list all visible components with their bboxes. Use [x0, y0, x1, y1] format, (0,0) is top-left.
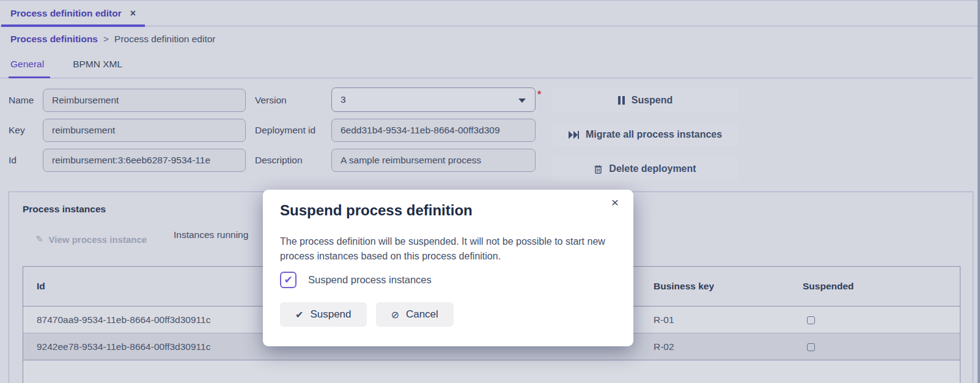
deployment-id-field: 6edd31b4-9534-11eb-8664-00ff3d309	[331, 119, 536, 142]
pause-icon	[618, 96, 625, 105]
id-field: reimbursement:3:6eeb6287-9534-11e	[43, 149, 246, 172]
key-label: Key	[9, 125, 25, 136]
vertical-scrollbar[interactable]	[978, 0, 980, 383]
name-label: Name	[9, 95, 34, 106]
tabs-divider	[0, 78, 973, 78]
delete-deployment-button-label: Delete deployment	[609, 163, 696, 174]
suspended-checkbox[interactable]	[807, 316, 815, 324]
modal-buttons: ✔ Suspend ⊘ Cancel	[280, 302, 454, 327]
version-label: Version	[255, 95, 287, 106]
section-tabs: General BPMN XML	[10, 59, 122, 70]
breadcrumb: Process definitions > Process definition…	[10, 34, 215, 45]
check-icon: ✔	[295, 309, 303, 321]
tab-general[interactable]: General	[10, 59, 44, 70]
key-field: reimbursement	[43, 119, 246, 142]
version-select[interactable]: 3	[331, 87, 536, 112]
id-label: Id	[9, 155, 17, 166]
panel-title: Process instances	[23, 204, 106, 215]
modal-body-text: The process definition will be suspended…	[280, 234, 617, 264]
cell-business-key: R-01	[654, 314, 803, 325]
modal-cancel-button[interactable]: ⊘ Cancel	[376, 302, 454, 327]
tab-process-definition-editor[interactable]: Process definition editor ×	[0, 1, 148, 26]
cancel-icon: ⊘	[391, 309, 399, 321]
active-tab-underline	[1, 24, 145, 27]
suspend-instances-option: ✔ Suspend process instances	[280, 272, 432, 288]
close-icon[interactable]: ×	[609, 193, 621, 211]
delete-deployment-button[interactable]: Delete deployment	[552, 157, 739, 180]
breadcrumb-link-process-definitions[interactable]: Process definitions	[10, 34, 98, 45]
suspend-button[interactable]: Suspend	[552, 89, 739, 112]
suspend-process-definition-modal: × Suspend process definition The process…	[263, 190, 633, 346]
breadcrumb-separator: >	[103, 34, 109, 45]
description-field: A sample reimbursement process	[331, 149, 536, 172]
name-field: Reimbursement	[43, 89, 246, 112]
suspend-button-label: Suspend	[632, 95, 673, 106]
pencil-icon: ✎	[35, 234, 43, 245]
cell-business-key: R-02	[654, 341, 803, 352]
version-select-value: 3	[341, 94, 346, 105]
breadcrumb-current: Process definition editor	[114, 34, 215, 45]
tab-bar: Process definition editor ×	[0, 0, 980, 26]
instances-running-label: Instances running	[174, 229, 248, 240]
suspend-instances-checkbox[interactable]: ✔	[280, 272, 297, 288]
migrate-button-label: Migrate all process instances	[586, 129, 722, 140]
suspend-instances-checkbox-label: Suspend process instances	[308, 274, 432, 286]
view-process-instance-label: View process instance	[49, 234, 147, 245]
chevron-down-icon	[518, 99, 526, 103]
view-process-instance-button[interactable]: ✎ View process instance	[35, 234, 147, 245]
deployment-id-label: Deployment id	[255, 125, 315, 136]
modal-title: Suspend process definition	[280, 202, 473, 219]
column-header-suspended: Suspended	[803, 281, 960, 292]
suspended-checkbox[interactable]	[807, 343, 815, 351]
modal-suspend-button[interactable]: ✔ Suspend	[280, 302, 367, 327]
tab-bpmn-xml[interactable]: BPMN XML	[73, 59, 122, 70]
active-section-tab-underline	[9, 76, 50, 78]
fast-forward-icon	[569, 131, 579, 139]
column-header-business-key: Business key	[654, 281, 803, 292]
tab-label: Process definition editor	[10, 8, 122, 19]
description-label: Description	[255, 155, 303, 166]
tab-close-icon[interactable]: ×	[130, 9, 136, 18]
migrate-button[interactable]: Migrate all process instances	[552, 123, 739, 146]
required-asterisk: *	[537, 89, 541, 100]
trash-icon	[594, 165, 602, 174]
modal-cancel-button-label: Cancel	[406, 308, 438, 321]
checkmark-icon: ✔	[284, 275, 292, 285]
modal-suspend-button-label: Suspend	[310, 308, 351, 321]
